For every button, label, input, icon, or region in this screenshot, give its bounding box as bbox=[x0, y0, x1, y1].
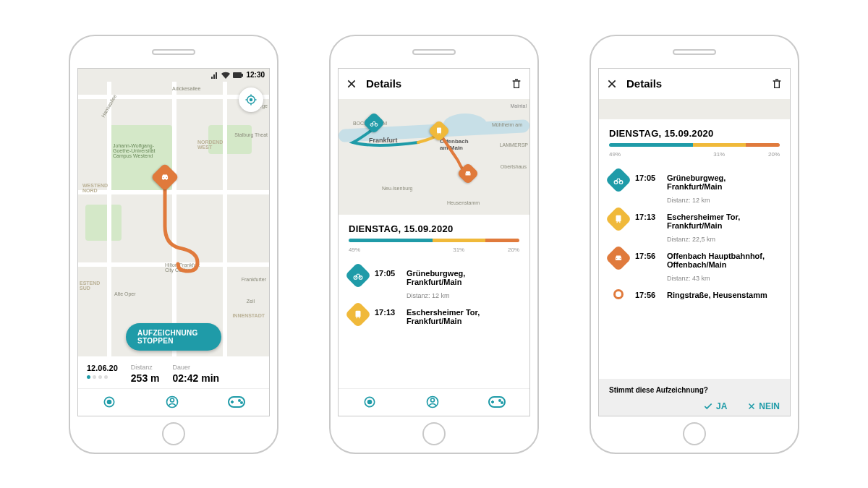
svg-point-9 bbox=[239, 400, 240, 401]
train-icon bbox=[345, 301, 372, 328]
segment-bar bbox=[609, 143, 780, 147]
time: 17:56 bbox=[635, 288, 660, 299]
svg-rect-13 bbox=[437, 127, 441, 133]
delete-icon[interactable] bbox=[511, 77, 522, 90]
time: 17:05 bbox=[375, 266, 399, 278]
bottom-nav bbox=[78, 388, 269, 416]
dur-value: 02:42 min bbox=[173, 372, 220, 384]
timeline-row[interactable]: 17:05 Grüneburgweg, Frankfurt/Main bbox=[349, 263, 519, 289]
phone-details-map: Details Frankfurt Offenbach am Main Main… bbox=[329, 35, 539, 454]
phone-speaker bbox=[152, 49, 195, 55]
map[interactable]: Adickesallee Hansaallee Johann-Wolfgang-… bbox=[78, 82, 269, 356]
svg-point-10 bbox=[241, 402, 242, 403]
timeline-row[interactable]: 17:56 Offenbach Hauptbahnhof, Offenbach/… bbox=[609, 246, 780, 272]
page-title: Details bbox=[366, 77, 401, 90]
page-dots bbox=[87, 375, 118, 379]
stats-date: 12.06.20 bbox=[87, 364, 118, 372]
nav-record-icon[interactable] bbox=[362, 395, 377, 409]
place: Offenbach Hauptbahnhof, Offenbach/Main bbox=[667, 249, 775, 269]
place: Grüneburgweg, Frankfurt/Main bbox=[407, 266, 519, 286]
place: Ringstraße, Heusenstamm bbox=[667, 288, 767, 299]
timeline-row[interactable]: 17:05 Grüneburgweg, Frankfurt/Main bbox=[609, 168, 780, 194]
battery-icon bbox=[233, 72, 243, 78]
nav-profile-icon[interactable] bbox=[165, 395, 179, 409]
svg-rect-26 bbox=[616, 215, 621, 221]
stats-card: 12.06.20 Distanz 253 m Dauer 02:42 min bbox=[78, 356, 269, 388]
day-heading: DIENSTAG, 15.09.2020 bbox=[599, 119, 790, 142]
crosshair-icon bbox=[244, 93, 258, 106]
x-icon bbox=[747, 402, 756, 411]
day-heading: DIENSTAG, 15.09.2020 bbox=[339, 215, 529, 237]
dist-label: Distanz bbox=[131, 364, 160, 371]
phone-speaker bbox=[673, 49, 716, 55]
svg-point-7 bbox=[170, 398, 174, 402]
phone-home-button[interactable] bbox=[683, 422, 706, 445]
endpoint-dot-icon bbox=[613, 289, 624, 299]
bike-icon bbox=[345, 262, 372, 288]
status-time: 12:30 bbox=[246, 71, 265, 79]
close-icon[interactable] bbox=[346, 78, 357, 90]
delete-icon[interactable] bbox=[771, 77, 783, 90]
close-icon[interactable] bbox=[606, 78, 618, 90]
nav-record-icon[interactable] bbox=[102, 395, 116, 409]
confirm-question: Stimmt diese Aufzeichnung? bbox=[609, 386, 780, 394]
phone-details-list: Details DIENSTAG, 15.09.2020 49%31%20% 1… bbox=[590, 35, 799, 454]
signal-icon bbox=[211, 72, 218, 79]
timeline-row[interactable]: 17:56 Ringstraße, Heusenstamm bbox=[609, 285, 780, 302]
stop-recording-button[interactable]: AUFZEICHNUNG STOPPEN bbox=[126, 323, 221, 351]
distance-row: Distanz: 12 km bbox=[349, 289, 519, 302]
svg-point-20 bbox=[430, 398, 434, 402]
time: 17:05 bbox=[635, 171, 660, 182]
nav-game-icon[interactable] bbox=[228, 396, 245, 408]
svg-rect-16 bbox=[356, 310, 361, 317]
nav-profile-icon[interactable] bbox=[425, 395, 440, 409]
details-header: Details bbox=[599, 69, 790, 99]
phone-speaker bbox=[412, 49, 456, 55]
timeline-row[interactable]: 17:13 Eschersheimer Tor, Frankfurt/Main bbox=[609, 207, 780, 233]
phone-home-button[interactable] bbox=[162, 422, 185, 445]
phone-tracking: 12:30 Adickesallee Hansaallee Johann-Wol… bbox=[69, 35, 278, 454]
dur-label: Dauer bbox=[173, 364, 220, 371]
nav-game-icon[interactable] bbox=[488, 396, 506, 408]
timeline-row[interactable]: 17:13 Eschersheimer Tor, Frankfurt/Main bbox=[349, 302, 519, 328]
segment-labels: 49%31%20% bbox=[609, 151, 780, 158]
route-path bbox=[339, 99, 529, 215]
page-title: Details bbox=[626, 77, 662, 90]
svg-point-5 bbox=[108, 401, 111, 404]
time: 17:13 bbox=[635, 210, 660, 221]
place: Grüneburgweg, Frankfurt/Main bbox=[667, 171, 780, 191]
route-path bbox=[78, 82, 269, 356]
details-header: Details bbox=[339, 69, 529, 99]
timeline: 17:05 Grüneburgweg, Frankfurt/Main Dista… bbox=[599, 165, 790, 379]
screen: 12:30 Adickesallee Hansaallee Johann-Wol… bbox=[77, 68, 270, 416]
details-map[interactable]: Frankfurt Offenbach am Main Maintal BOCK… bbox=[339, 99, 529, 215]
svg-point-3 bbox=[250, 98, 252, 100]
timeline: 17:05 Grüneburgweg, Frankfurt/Main Dista… bbox=[339, 260, 529, 388]
phone-home-button[interactable] bbox=[422, 422, 446, 445]
svg-rect-0 bbox=[233, 72, 242, 78]
map-sliver[interactable] bbox=[599, 99, 790, 119]
yes-button[interactable]: JA bbox=[703, 401, 727, 411]
dist-value: 253 m bbox=[131, 372, 160, 384]
wifi-icon bbox=[221, 72, 230, 79]
confirm-footer: Stimmt diese Aufzeichnung? JA NEIN bbox=[599, 379, 790, 416]
distance-row: Distanz: 12 km bbox=[609, 194, 780, 207]
segment-labels: 49%31%20% bbox=[349, 247, 519, 253]
screen: Details Frankfurt Offenbach am Main Main… bbox=[338, 68, 530, 416]
svg-point-18 bbox=[368, 401, 372, 404]
screen: Details DIENSTAG, 15.09.2020 49%31%20% 1… bbox=[598, 68, 791, 416]
no-button[interactable]: NEIN bbox=[747, 401, 780, 411]
time: 17:13 bbox=[375, 305, 399, 317]
locate-button[interactable] bbox=[239, 87, 263, 112]
distance-row: Distanz: 43 km bbox=[609, 272, 780, 285]
svg-point-23 bbox=[501, 402, 503, 403]
status-bar: 12:30 bbox=[78, 69, 269, 82]
place: Eschersheimer Tor, Frankfurt/Main bbox=[667, 210, 780, 230]
check-icon bbox=[703, 401, 713, 411]
svg-rect-1 bbox=[242, 74, 243, 77]
car-icon bbox=[605, 244, 632, 271]
distance-row: Distanz: 22,5 km bbox=[609, 233, 780, 246]
bike-icon bbox=[605, 166, 632, 193]
svg-point-22 bbox=[499, 400, 501, 401]
segment-bar bbox=[349, 239, 519, 242]
